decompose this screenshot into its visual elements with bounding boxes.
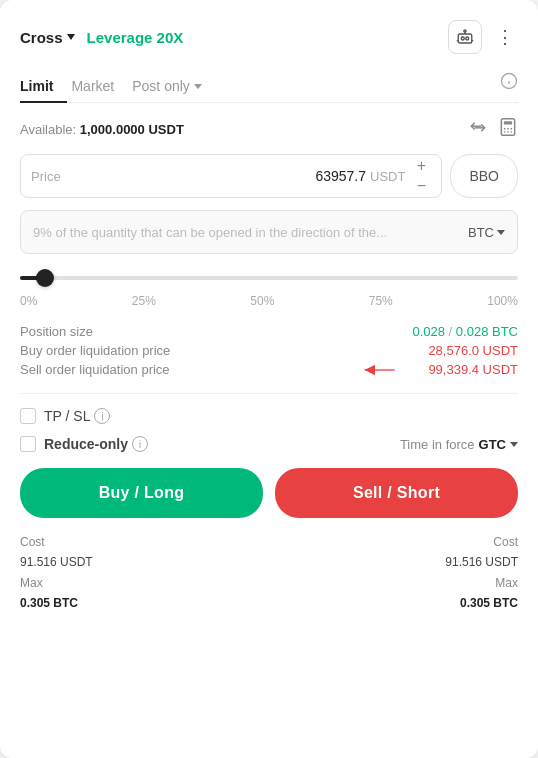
tab-limit[interactable]: Limit — [20, 72, 67, 102]
buy-cost-col: Cost 91.516 USDT Max 0.305 BTC — [20, 532, 93, 614]
slider-label-100: 100% — [487, 294, 518, 308]
price-increment-button[interactable]: + — [411, 157, 431, 175]
svg-point-13 — [507, 128, 509, 130]
svg-point-2 — [466, 37, 469, 40]
header: Cross Leverage 20X ⋮ — [20, 20, 518, 54]
position-info: Position size 0.028 / 0.028 BTC Buy orde… — [20, 324, 518, 377]
leverage-label: Leverage 20X — [87, 29, 184, 46]
sell-liq-value: 99,339.4 USDT — [428, 362, 518, 377]
tab-market[interactable]: Market — [71, 72, 128, 102]
options-section: TP / SL i Reduce-only i Time in force GT… — [20, 393, 518, 452]
reduce-only-row: Reduce-only i Time in force GTC — [20, 436, 518, 452]
header-left: Cross Leverage 20X — [20, 29, 183, 46]
price-input-box: Price 63957.7 USDT + − — [20, 154, 442, 198]
cross-label: Cross — [20, 29, 63, 46]
red-arrow-annotation — [358, 360, 398, 380]
buy-liq-label: Buy order liquidation price — [20, 343, 170, 358]
buy-max-label: Max 0.305 BTC — [20, 573, 93, 614]
robot-icon — [456, 28, 474, 46]
price-value[interactable]: 63957.7 — [71, 168, 366, 184]
slider-track-wrapper — [20, 268, 518, 288]
svg-point-12 — [504, 128, 506, 130]
price-stepper: + − — [411, 157, 431, 195]
position-size-value: 0.028 / 0.028 BTC — [412, 324, 518, 339]
buy-liq-value: 28,576.0 USDT — [428, 343, 518, 358]
bbo-button[interactable]: BBO — [450, 154, 518, 198]
header-right: ⋮ — [448, 20, 518, 54]
action-buttons: Buy / Long Sell / Short — [20, 468, 518, 518]
reduce-only-checkbox[interactable] — [20, 436, 36, 452]
slider-labels: 0% 25% 50% 75% 100% — [20, 294, 518, 308]
svg-point-16 — [507, 131, 509, 133]
slider-track — [20, 276, 518, 280]
buy-liq-row: Buy order liquidation price 28,576.0 USD… — [20, 343, 518, 358]
svg-point-17 — [511, 131, 513, 133]
position-size-label: Position size — [20, 324, 93, 339]
slider-label-0: 0% — [20, 294, 37, 308]
sell-cost-col: Cost 91.516 USDT Max 0.305 BTC — [445, 532, 518, 614]
tab-post-only[interactable]: Post only — [132, 72, 216, 102]
cross-caret-icon — [67, 34, 75, 40]
available-row: Available: 1,000.0000 USDT — [20, 117, 518, 142]
svg-point-1 — [461, 37, 464, 40]
available-text: Available: 1,000.0000 USDT — [20, 122, 184, 137]
time-force-caret-icon — [510, 442, 518, 447]
slider-label-25: 25% — [132, 294, 156, 308]
quantity-hint: 9% of the quantity that can be opened in… — [33, 225, 468, 240]
sell-cost-label: Cost 91.516 USDT — [445, 532, 518, 573]
buy-cost-label: Cost 91.516 USDT — [20, 532, 93, 573]
transfer-icon[interactable] — [468, 117, 488, 142]
robot-button[interactable] — [448, 20, 482, 54]
slider-thumb[interactable] — [36, 269, 54, 287]
reduce-only-label: Reduce-only i — [44, 436, 148, 452]
svg-point-14 — [511, 128, 513, 130]
tp-sl-info-icon[interactable]: i — [94, 408, 110, 424]
more-menu-button[interactable]: ⋮ — [492, 22, 518, 52]
cross-button[interactable]: Cross — [20, 29, 75, 46]
position-size-row: Position size 0.028 / 0.028 BTC — [20, 324, 518, 339]
tp-sl-checkbox[interactable] — [20, 408, 36, 424]
svg-point-15 — [504, 131, 506, 133]
quantity-unit-selector[interactable]: BTC — [468, 225, 505, 240]
tp-sl-label: TP / SL i — [44, 408, 110, 424]
svg-rect-11 — [504, 121, 512, 124]
svg-point-4 — [464, 30, 466, 32]
price-row: Price 63957.7 USDT + − BBO — [20, 154, 518, 198]
price-decrement-button[interactable]: − — [411, 177, 431, 195]
sell-liq-row: Sell order liquidation price 99,339.4 US… — [20, 362, 518, 377]
order-type-tabs: Limit Market Post only — [20, 72, 518, 103]
calculator-icon[interactable] — [498, 117, 518, 142]
available-icons — [468, 117, 518, 142]
slider-section: 0% 25% 50% 75% 100% — [20, 268, 518, 308]
leverage-button[interactable]: Leverage 20X — [87, 29, 184, 46]
price-label: Price — [31, 169, 71, 184]
price-unit: USDT — [370, 169, 405, 184]
buy-long-button[interactable]: Buy / Long — [20, 468, 263, 518]
quantity-input-box[interactable]: 9% of the quantity that can be opened in… — [20, 210, 518, 254]
reduce-only-info-icon[interactable]: i — [132, 436, 148, 452]
trading-panel: Cross Leverage 20X ⋮ — [0, 0, 538, 758]
quantity-unit-caret-icon — [497, 230, 505, 235]
tp-sl-row: TP / SL i — [20, 408, 518, 424]
slider-label-50: 50% — [250, 294, 274, 308]
sell-short-button[interactable]: Sell / Short — [275, 468, 518, 518]
time-in-force-selector[interactable]: Time in force GTC — [400, 437, 518, 452]
post-only-caret-icon — [194, 84, 202, 89]
tab-info-icon[interactable] — [500, 72, 518, 102]
cost-section: Cost 91.516 USDT Max 0.305 BTC Cost 91.5… — [20, 532, 518, 614]
quantity-row: 9% of the quantity that can be opened in… — [20, 210, 518, 254]
sell-liq-label: Sell order liquidation price — [20, 362, 170, 377]
slider-label-75: 75% — [369, 294, 393, 308]
svg-rect-0 — [458, 34, 472, 43]
sell-max-label: Max 0.305 BTC — [445, 573, 518, 614]
